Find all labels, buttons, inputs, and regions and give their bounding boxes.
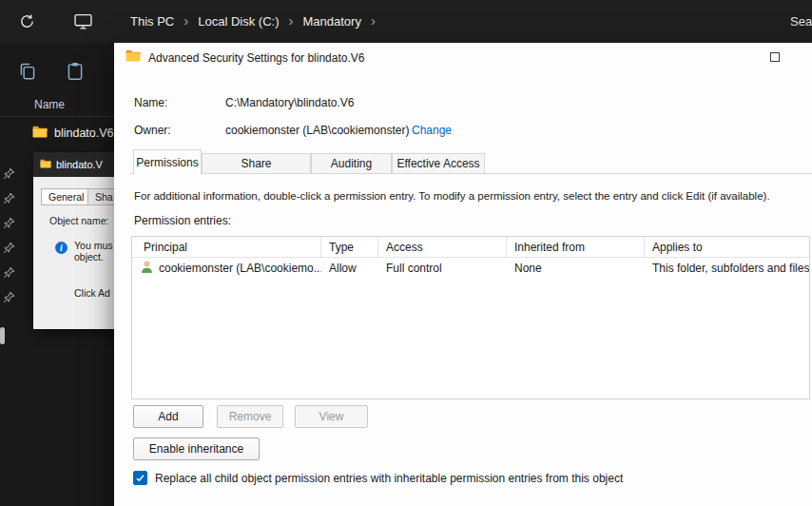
pin-icon [3,191,15,204]
pin-icon [3,290,15,302]
tab-permissions[interactable]: Permissions [133,149,202,174]
properties-dialog-title: blindato.V [56,159,103,170]
permissions-warning-line1: You mus [74,240,112,251]
chevron-right-icon: › [288,12,293,30]
this-pc-icon[interactable] [74,13,92,29]
breadcrumb-mandatory[interactable]: Mandatory [294,10,369,32]
column-header-type[interactable]: Type [321,237,378,257]
column-header-applies-to[interactable]: Applies to [645,237,809,257]
breadcrumb-local-disk-c[interactable]: Local Disk (C:) [189,10,287,32]
properties-dialog: blindato.V General Sha Object name: i Yo… [33,152,117,329]
user-icon [140,260,154,277]
tab-share[interactable]: Share [202,153,311,173]
remove-button[interactable]: Remove [217,405,283,428]
pin-icon [3,216,15,228]
column-header-principal[interactable]: Principal [132,237,321,257]
dialog-title: Advanced Security Settings for blindato.… [148,51,364,65]
owner-label: Owner: [134,124,171,137]
maximize-icon [770,52,780,62]
object-name-label: Object name: [49,215,108,226]
tab-auditing[interactable]: Auditing [311,153,392,173]
cell-access: Full control [378,258,507,279]
breadcrumb: This PC › Local Disk (C:) › Mandatory › [122,0,377,43]
column-header-name[interactable]: Name [34,98,65,111]
cell-principal: cookiemonster (LAB\cookiemo... [159,262,321,275]
chevron-right-icon: › [184,12,188,30]
copy-icon[interactable] [17,61,38,82]
pin-icon [3,265,15,278]
cell-type: Allow [321,258,378,279]
replace-permissions-checkbox[interactable] [133,471,147,485]
tab-strip-divider [130,173,812,174]
checkmark-icon [135,473,145,483]
name-label: Name: [134,96,167,109]
table-row[interactable]: cookiemonster (LAB\cookiemo... Allow Ful… [132,258,809,279]
permissions-description: For additional information, double-click… [134,190,812,202]
tab-sharing[interactable]: Sha [87,188,117,205]
click-advanced-hint: Click Ad [74,287,110,299]
change-owner-link[interactable]: Change [412,124,452,137]
tab-effective-access[interactable]: Effective Access [392,153,485,173]
chevron-right-icon: › [371,12,376,30]
cell-inherited-from: None [507,258,645,279]
tab-general[interactable]: General [41,188,91,205]
explorer-address-bar: This PC › Local Disk (C:) › Mandatory › … [0,0,812,43]
column-header-inherited-from[interactable]: Inherited from [507,237,645,257]
permissions-warning-line2: object. [74,251,104,263]
table-header-row: Principal Type Access Inherited from App… [132,237,809,258]
advanced-security-dialog: Advanced Security Settings for blindato.… [114,43,812,506]
permission-entries-label: Permission entries: [134,214,231,227]
replace-permissions-label: Replace all child object permission entr… [155,472,623,485]
folder-icon [126,49,141,65]
owner-value: cookiemonster (LAB\cookiemonster) [225,124,409,137]
permission-entries-table: Principal Type Access Inherited from App… [131,236,810,399]
folder-icon [40,159,51,170]
column-header-access[interactable]: Access [378,237,507,257]
file-list-item-blindato[interactable]: blindato.V6 [32,123,114,144]
name-value: C:\Mandatory\blindato.V6 [225,96,354,109]
pin-icon [3,241,15,253]
header-divider [0,116,114,117]
cell-applies-to: This folder, subfolders and files [645,258,809,279]
enable-inheritance-button[interactable]: Enable inheritance [133,438,260,460]
folder-icon [32,126,48,141]
maximize-button[interactable] [753,43,797,71]
info-icon: i [55,242,68,254]
view-button[interactable]: View [295,405,368,428]
refresh-icon[interactable] [19,13,35,29]
pin-icon [3,166,15,179]
file-name-label: blindato.V6 [54,126,114,140]
paste-icon[interactable] [65,61,86,82]
properties-dialog-titlebar: blindato.V [33,152,117,177]
scrollbar-thumb[interactable] [0,327,5,344]
search-input[interactable]: Sea [790,0,812,43]
add-button[interactable]: Add [133,405,203,428]
breadcrumb-this-pc[interactable]: This PC [122,10,183,32]
